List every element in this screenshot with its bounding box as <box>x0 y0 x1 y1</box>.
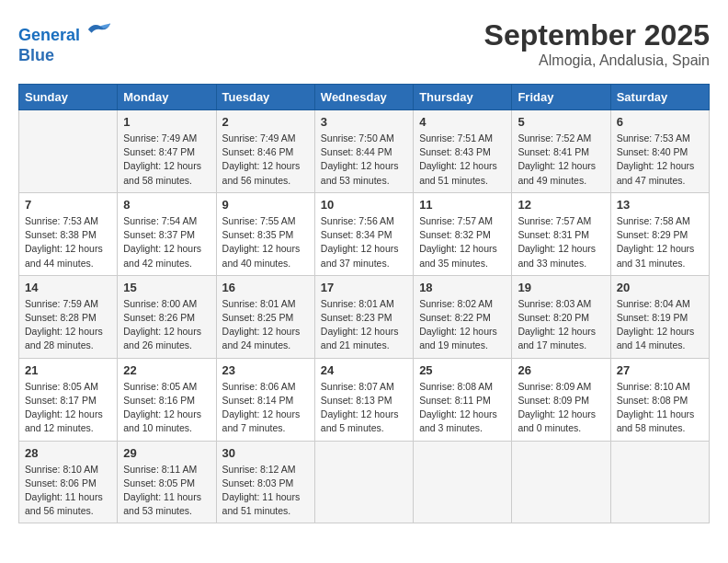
title-block: September 2025 Almogia, Andalusia, Spain <box>484 18 710 69</box>
weekday-header-sunday: Sunday <box>19 85 118 110</box>
calendar-cell: 11Sunrise: 7:57 AM Sunset: 8:32 PM Dayli… <box>414 192 512 275</box>
weekday-header-friday: Friday <box>512 85 610 110</box>
day-info: Sunrise: 7:56 AM Sunset: 8:34 PM Dayligh… <box>321 214 407 270</box>
calendar-cell: 4Sunrise: 7:51 AM Sunset: 8:43 PM Daylig… <box>414 110 512 193</box>
calendar-cell: 20Sunrise: 8:04 AM Sunset: 8:19 PM Dayli… <box>610 275 709 358</box>
day-info: Sunrise: 7:53 AM Sunset: 8:38 PM Dayligh… <box>25 214 111 270</box>
calendar-cell <box>314 441 413 523</box>
calendar-cell: 1Sunrise: 7:49 AM Sunset: 8:47 PM Daylig… <box>118 110 216 193</box>
day-number: 24 <box>321 363 407 377</box>
logo-bird-icon <box>86 18 112 40</box>
calendar-cell <box>414 441 512 523</box>
calendar-cell: 17Sunrise: 8:01 AM Sunset: 8:23 PM Dayli… <box>314 275 413 358</box>
calendar-cell: 19Sunrise: 8:03 AM Sunset: 8:20 PM Dayli… <box>512 275 610 358</box>
calendar-cell: 10Sunrise: 7:56 AM Sunset: 8:34 PM Dayli… <box>314 192 413 275</box>
day-number: 26 <box>518 363 604 377</box>
day-info: Sunrise: 8:12 AM Sunset: 8:03 PM Dayligh… <box>222 463 309 519</box>
day-number: 14 <box>25 281 111 294</box>
day-info: Sunrise: 8:04 AM Sunset: 8:19 PM Dayligh… <box>617 297 703 353</box>
day-info: Sunrise: 8:01 AM Sunset: 8:25 PM Dayligh… <box>222 297 309 353</box>
day-number: 3 <box>321 115 407 129</box>
day-info: Sunrise: 8:08 AM Sunset: 8:11 PM Dayligh… <box>419 380 506 436</box>
day-number: 29 <box>123 446 210 460</box>
calendar-cell: 22Sunrise: 8:05 AM Sunset: 8:16 PM Dayli… <box>118 358 216 441</box>
month-title: September 2025 <box>484 18 710 52</box>
day-info: Sunrise: 7:57 AM Sunset: 8:32 PM Dayligh… <box>419 214 506 270</box>
day-info: Sunrise: 8:06 AM Sunset: 8:14 PM Dayligh… <box>222 380 309 436</box>
day-info: Sunrise: 7:55 AM Sunset: 8:35 PM Dayligh… <box>222 214 309 270</box>
day-number: 22 <box>123 363 210 377</box>
day-info: Sunrise: 7:51 AM Sunset: 8:43 PM Dayligh… <box>419 132 506 188</box>
calendar-cell: 29Sunrise: 8:11 AM Sunset: 8:05 PM Dayli… <box>118 441 216 523</box>
day-number: 27 <box>617 363 703 377</box>
logo-blue: Blue <box>18 46 54 64</box>
weekday-header-thursday: Thursday <box>414 85 512 110</box>
day-number: 9 <box>222 198 309 212</box>
calendar-cell: 13Sunrise: 7:58 AM Sunset: 8:29 PM Dayli… <box>610 192 709 275</box>
day-info: Sunrise: 8:07 AM Sunset: 8:13 PM Dayligh… <box>321 380 407 436</box>
day-info: Sunrise: 7:58 AM Sunset: 8:29 PM Dayligh… <box>617 214 703 270</box>
day-number: 23 <box>222 363 309 377</box>
day-number: 1 <box>123 115 210 129</box>
day-number: 18 <box>419 281 506 294</box>
calendar-cell <box>610 441 709 523</box>
calendar-cell: 14Sunrise: 7:59 AM Sunset: 8:28 PM Dayli… <box>19 275 118 358</box>
calendar-cell: 26Sunrise: 8:09 AM Sunset: 8:09 PM Dayli… <box>512 358 610 441</box>
calendar-cell: 30Sunrise: 8:12 AM Sunset: 8:03 PM Dayli… <box>216 441 314 523</box>
day-number: 17 <box>321 281 407 294</box>
week-row-2: 7Sunrise: 7:53 AM Sunset: 8:38 PM Daylig… <box>19 192 710 275</box>
calendar-cell: 25Sunrise: 8:08 AM Sunset: 8:11 PM Dayli… <box>414 358 512 441</box>
calendar-cell: 18Sunrise: 8:02 AM Sunset: 8:22 PM Dayli… <box>414 275 512 358</box>
week-row-4: 21Sunrise: 8:05 AM Sunset: 8:17 PM Dayli… <box>19 358 710 441</box>
day-info: Sunrise: 8:09 AM Sunset: 8:09 PM Dayligh… <box>518 380 604 436</box>
weekday-header-wednesday: Wednesday <box>314 85 413 110</box>
day-info: Sunrise: 8:02 AM Sunset: 8:22 PM Dayligh… <box>419 297 506 353</box>
day-info: Sunrise: 7:54 AM Sunset: 8:37 PM Dayligh… <box>123 214 210 270</box>
day-info: Sunrise: 8:05 AM Sunset: 8:16 PM Dayligh… <box>123 380 210 436</box>
day-info: Sunrise: 7:59 AM Sunset: 8:28 PM Dayligh… <box>25 297 111 353</box>
day-info: Sunrise: 8:05 AM Sunset: 8:17 PM Dayligh… <box>25 380 111 436</box>
day-info: Sunrise: 8:11 AM Sunset: 8:05 PM Dayligh… <box>123 463 210 519</box>
day-number: 15 <box>123 281 210 294</box>
day-info: Sunrise: 8:10 AM Sunset: 8:06 PM Dayligh… <box>25 463 111 519</box>
day-info: Sunrise: 7:50 AM Sunset: 8:44 PM Dayligh… <box>321 132 407 188</box>
weekday-header-tuesday: Tuesday <box>216 85 314 110</box>
day-info: Sunrise: 7:49 AM Sunset: 8:47 PM Dayligh… <box>123 132 210 188</box>
calendar-cell: 27Sunrise: 8:10 AM Sunset: 8:08 PM Dayli… <box>610 358 709 441</box>
weekday-header-monday: Monday <box>118 85 216 110</box>
calendar-cell <box>19 110 118 193</box>
calendar-cell: 5Sunrise: 7:52 AM Sunset: 8:41 PM Daylig… <box>512 110 610 193</box>
day-number: 4 <box>419 115 506 129</box>
day-number: 28 <box>25 446 111 460</box>
day-number: 8 <box>123 198 210 212</box>
day-number: 12 <box>518 198 604 212</box>
day-info: Sunrise: 7:57 AM Sunset: 8:31 PM Dayligh… <box>518 214 604 270</box>
day-number: 2 <box>222 115 309 129</box>
calendar-table: SundayMondayTuesdayWednesdayThursdayFrid… <box>18 84 710 523</box>
week-row-1: 1Sunrise: 7:49 AM Sunset: 8:47 PM Daylig… <box>19 110 710 193</box>
calendar-cell: 12Sunrise: 7:57 AM Sunset: 8:31 PM Dayli… <box>512 192 610 275</box>
day-number: 19 <box>518 281 604 294</box>
day-number: 11 <box>419 198 506 212</box>
week-row-3: 14Sunrise: 7:59 AM Sunset: 8:28 PM Dayli… <box>19 275 710 358</box>
day-number: 21 <box>25 363 111 377</box>
calendar-cell: 28Sunrise: 8:10 AM Sunset: 8:06 PM Dayli… <box>19 441 118 523</box>
logo: General Blue <box>18 18 112 65</box>
calendar-cell <box>512 441 610 523</box>
day-info: Sunrise: 7:53 AM Sunset: 8:40 PM Dayligh… <box>617 132 703 188</box>
calendar-cell: 24Sunrise: 8:07 AM Sunset: 8:13 PM Dayli… <box>314 358 413 441</box>
calendar-cell: 9Sunrise: 7:55 AM Sunset: 8:35 PM Daylig… <box>216 192 314 275</box>
day-number: 30 <box>222 446 309 460</box>
day-number: 6 <box>617 115 703 129</box>
weekday-header-row: SundayMondayTuesdayWednesdayThursdayFrid… <box>19 85 710 110</box>
calendar-cell: 15Sunrise: 8:00 AM Sunset: 8:26 PM Dayli… <box>118 275 216 358</box>
day-info: Sunrise: 8:10 AM Sunset: 8:08 PM Dayligh… <box>617 380 703 436</box>
day-info: Sunrise: 8:00 AM Sunset: 8:26 PM Dayligh… <box>123 297 210 353</box>
calendar-cell: 7Sunrise: 7:53 AM Sunset: 8:38 PM Daylig… <box>19 192 118 275</box>
page-header: General Blue September 2025 Almogia, And… <box>18 18 710 69</box>
calendar-cell: 23Sunrise: 8:06 AM Sunset: 8:14 PM Dayli… <box>216 358 314 441</box>
day-number: 5 <box>518 115 604 129</box>
day-number: 13 <box>617 198 703 212</box>
day-info: Sunrise: 7:49 AM Sunset: 8:46 PM Dayligh… <box>222 132 309 188</box>
day-number: 7 <box>25 198 111 212</box>
